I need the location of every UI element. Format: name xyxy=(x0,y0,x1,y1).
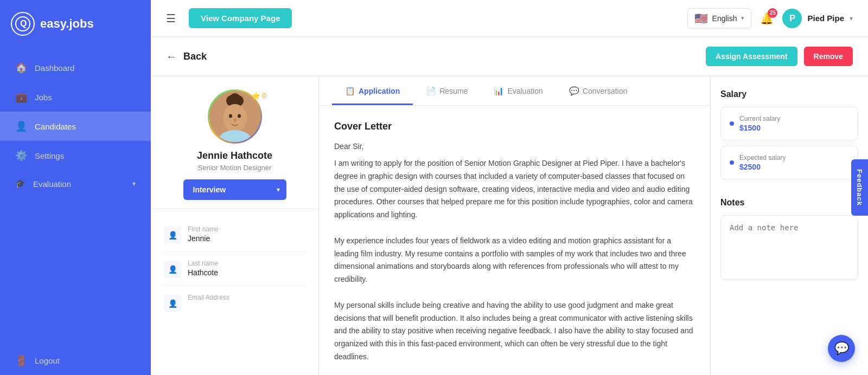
page-title: Back xyxy=(183,51,207,62)
salary-title: Salary xyxy=(720,89,858,99)
avatar: P xyxy=(782,9,802,28)
candidate-panel: ⭐ 0 Jennie Hathcote Senior Motion Design… xyxy=(151,76,319,375)
expected-salary-label: Expected salary xyxy=(739,154,786,161)
tab-application[interactable]: 📋 Application xyxy=(332,76,413,105)
flag-icon: 🇺🇸 xyxy=(694,12,708,25)
lang-chevron-icon: ▾ xyxy=(741,15,744,22)
star-rating: ⭐ 0 xyxy=(252,92,266,100)
svg-point-4 xyxy=(229,93,240,104)
tab-resume-label: Resume xyxy=(439,87,468,95)
svg-point-8 xyxy=(234,119,236,122)
current-salary-info: Current salary $1500 xyxy=(739,115,780,132)
logout-icon: 🚪 xyxy=(15,354,27,366)
current-salary-card: Current salary $1500 xyxy=(720,107,858,140)
app-name: easy.jobs xyxy=(40,17,94,31)
graduation-icon: 🎓 xyxy=(15,179,25,189)
sidebar-item-jobs[interactable]: 💼 Jobs xyxy=(0,82,151,112)
chevron-down-icon: ▾ xyxy=(132,180,136,188)
salary-section: Salary Current salary $1500 Expected sal… xyxy=(720,89,858,185)
sidebar-item-evaluation[interactable]: 🎓 Evaluation ▾ xyxy=(0,170,151,197)
logo-icon: Q xyxy=(11,12,35,36)
avatar-wrapper: ⭐ 0 xyxy=(208,89,262,144)
sidebar-logo: Q easy.jobs xyxy=(0,0,151,48)
field-content-email: Email Address xyxy=(188,294,305,302)
svg-text:Q: Q xyxy=(20,19,27,28)
right-panel: Salary Current salary $1500 Expected sal… xyxy=(711,76,868,375)
expected-salary-dot xyxy=(730,160,734,165)
language-label: English xyxy=(712,14,737,23)
candidate-name: Jennie Hathcote xyxy=(197,150,272,161)
email-label: Email Address xyxy=(188,294,305,301)
user-chevron-icon: ▾ xyxy=(850,15,853,22)
back-section: ← Back xyxy=(166,50,207,63)
current-salary-dot xyxy=(730,121,734,126)
profile-card: ⭐ 0 Jennie Hathcote Senior Motion Design… xyxy=(151,76,318,209)
tab-evaluation[interactable]: 📊 Evaluation xyxy=(481,76,556,105)
user-name: Pied Pipe xyxy=(807,14,844,23)
stage-select-wrapper: Interview Applied Shortlisted Hired Reje… xyxy=(183,179,286,200)
page-header: ← Back Assign Assessment Remove xyxy=(151,37,868,76)
language-selector[interactable]: 🇺🇸 English ▾ xyxy=(687,8,752,29)
tab-evaluation-label: Evaluation xyxy=(507,87,542,95)
expected-salary-card: Expected salary $2500 xyxy=(720,146,858,179)
svg-point-5 xyxy=(223,104,247,132)
topbar: ☰ View Company Page 🇺🇸 English ▾ 🔔 25 P … xyxy=(151,0,868,37)
lastname-label: Last name xyxy=(188,260,305,267)
field-email: 👤 Email Address xyxy=(164,286,305,320)
application-tab-icon: 📋 xyxy=(345,86,355,96)
email-field-icon: 👤 xyxy=(164,295,181,312)
field-content-lastname: Last name Hathcote xyxy=(188,260,305,277)
current-salary-label: Current salary xyxy=(739,115,780,122)
field-firstname: 👤 First name Jennie xyxy=(164,218,305,252)
info-fields: 👤 First name Jennie 👤 Last name Hathcote… xyxy=(151,209,318,328)
candidate-role: Senior Motion Designer xyxy=(198,164,272,172)
field-lastname: 👤 Last name Hathcote xyxy=(164,252,305,286)
assign-assessment-button[interactable]: Assign Assessment xyxy=(706,47,797,66)
notes-title: Notes xyxy=(720,198,858,208)
home-icon: 🏠 xyxy=(15,62,27,74)
tab-conversation-label: Conversation xyxy=(583,87,628,95)
tabs-row: 📋 Application 📄 Resume 📊 Evaluation 💬 Co… xyxy=(319,76,710,106)
gear-icon: ⚙️ xyxy=(15,150,27,161)
sidebar-item-candidates[interactable]: 👤 Candidates xyxy=(0,112,151,141)
user-icon: 👤 xyxy=(15,120,27,132)
sidebar-label-settings: Settings xyxy=(35,151,64,160)
notification-badge: 25 xyxy=(768,8,777,18)
header-actions: Assign Assessment Remove xyxy=(706,47,853,66)
sidebar-nav: 🏠 Dashboard 💼 Jobs 👤 Candidates ⚙️ Setti… xyxy=(0,53,151,197)
expected-salary-info: Expected salary $2500 xyxy=(739,154,786,171)
cover-letter-greeting: Dear Sir, xyxy=(334,142,695,151)
sidebar-label-candidates: Candidates xyxy=(35,122,76,131)
sidebar-item-settings[interactable]: ⚙️ Settings xyxy=(0,141,151,170)
current-salary-value: $1500 xyxy=(739,124,780,132)
lastname-value: Hathcote xyxy=(188,268,305,277)
tab-conversation[interactable]: 💬 Conversation xyxy=(556,76,641,105)
tab-resume[interactable]: 📄 Resume xyxy=(413,76,481,105)
user-menu[interactable]: P Pied Pipe ▾ xyxy=(782,9,853,28)
sidebar-item-dashboard[interactable]: 🏠 Dashboard xyxy=(0,53,151,82)
chat-bubble[interactable]: 💬 xyxy=(828,335,855,362)
evaluation-tab-icon: 📊 xyxy=(494,86,504,96)
content-panel: 📋 Application 📄 Resume 📊 Evaluation 💬 Co… xyxy=(319,76,711,375)
resume-tab-icon: 📄 xyxy=(426,86,436,96)
sidebar-label-logout: Logout xyxy=(35,356,60,365)
feedback-tab[interactable]: Feedback xyxy=(851,159,868,216)
chat-icon: 💬 xyxy=(834,341,849,355)
stage-dropdown[interactable]: Interview Applied Shortlisted Hired Reje… xyxy=(183,179,286,200)
expected-salary-value: $2500 xyxy=(739,163,786,171)
view-company-button[interactable]: View Company Page xyxy=(189,8,292,28)
firstname-value: Jennie xyxy=(188,234,305,243)
field-content-firstname: First name Jennie xyxy=(188,225,305,243)
notification-bell[interactable]: 🔔 25 xyxy=(760,12,774,25)
notes-textarea[interactable] xyxy=(720,215,858,280)
sidebar: Q easy.jobs 🏠 Dashboard 💼 Jobs 👤 Candida… xyxy=(0,0,151,375)
sidebar-label-evaluation: Evaluation xyxy=(33,179,71,189)
user-field-icon: 👤 xyxy=(164,227,181,244)
back-arrow-icon[interactable]: ← xyxy=(166,50,177,63)
sidebar-item-logout[interactable]: 🚪 Logout xyxy=(0,346,151,375)
cover-letter-title: Cover Letter xyxy=(334,121,695,132)
remove-button[interactable]: Remove xyxy=(804,47,853,66)
svg-point-7 xyxy=(238,114,241,118)
hamburger-icon[interactable]: ☰ xyxy=(166,12,176,25)
briefcase-icon: 💼 xyxy=(15,91,27,103)
